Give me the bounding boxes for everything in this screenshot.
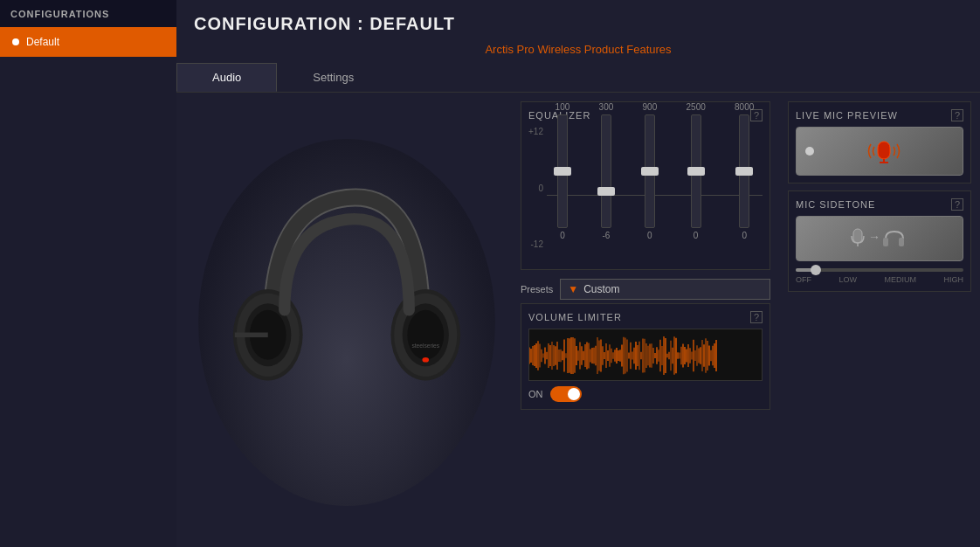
svg-rect-126: [899, 238, 904, 246]
sidebar: CONFIGURATIONS Default: [0, 0, 176, 547]
sidetone-icon: →: [849, 225, 910, 252]
mic-sidetone-help-button[interactable]: ?: [951, 198, 963, 211]
svg-rect-122: [853, 229, 862, 243]
mic-preview-icon: [860, 136, 913, 166]
eq-y-labels: +12 0 -12: [528, 127, 547, 249]
tab-bar: Audio Settings: [176, 63, 980, 93]
vol-help-button[interactable]: ?: [750, 311, 763, 323]
presets-row: Presets ▼ Custom: [521, 279, 770, 300]
headset-svg: steelseries: [216, 156, 478, 488]
svg-rect-125: [883, 238, 888, 246]
eq-thumb-8000[interactable]: [735, 167, 753, 176]
eq-thumb-300[interactable]: [597, 187, 615, 196]
sidetone-track[interactable]: [796, 268, 963, 272]
eq-band-900[interactable]: 900 0: [643, 102, 658, 240]
sidetone-thumb[interactable]: [811, 265, 821, 275]
mic-sidetone-title: MIC SIDETONE: [796, 199, 875, 210]
tab-settings[interactable]: Settings: [277, 63, 390, 92]
volume-limiter-section: VOLUME LIMITER ? ON: [521, 303, 770, 410]
right-sidebar: LIVE MIC PREVIEW ?: [779, 98, 980, 547]
sidebar-title: CONFIGURATIONS: [10, 9, 109, 19]
product-subtitle: Arctis Pro Wireless Product Features: [176, 43, 980, 56]
eq-band-8000[interactable]: 8000 0: [735, 102, 754, 240]
main-content: CONFIGURATION : DEFAULT Arctis Pro Wirel…: [176, 0, 980, 547]
presets-dropdown[interactable]: ▼ Custom: [560, 279, 770, 300]
mic-preview-help-button[interactable]: ?: [951, 109, 963, 121]
mic-sidetone-panel: MIC SIDETONE ? →: [788, 190, 971, 292]
sidetone-slider-row[interactable]: OFF LOW MEDIUM HIGH: [796, 268, 963, 284]
equalizer-section: EQUALIZER ? +12 0 -12: [521, 101, 770, 270]
svg-rect-119: [878, 142, 890, 159]
svg-point-8: [422, 357, 429, 363]
dropdown-arrow-icon: ▼: [568, 283, 578, 295]
sidetone-display: →: [796, 216, 963, 261]
toggle-label: ON: [528, 389, 543, 399]
tab-audio[interactable]: Audio: [176, 63, 277, 92]
mic-preview-title: LIVE MIC PREVIEW: [796, 110, 898, 121]
waveform-svg: [529, 329, 762, 381]
mic-status-dot: [805, 147, 814, 156]
live-mic-preview-panel: LIVE MIC PREVIEW ?: [788, 101, 971, 183]
toggle-row: ON: [528, 386, 763, 402]
sidebar-item-default[interactable]: Default: [0, 27, 176, 57]
mic-icon-wrapper: [819, 136, 954, 166]
content-area: steelseries EQUALIZER ? +12 0 -12: [176, 98, 980, 547]
svg-text:steelseries: steelseries: [411, 343, 439, 349]
config-title: CONFIGURATION : DEFAULT: [176, 0, 980, 43]
eq-band-100[interactable]: 100 0: [556, 102, 570, 240]
sidebar-item-label: Default: [26, 36, 59, 48]
vol-title: VOLUME LIMITER: [528, 312, 622, 322]
eq-thumb-2500[interactable]: [687, 167, 705, 176]
svg-point-7: [407, 310, 444, 360]
headset-image: steelseries: [198, 139, 495, 506]
presets-value: Custom: [583, 283, 619, 295]
eq-thumb-900[interactable]: [641, 167, 659, 176]
presets-label: Presets: [521, 284, 553, 294]
eq-band-2500[interactable]: 2500 0: [687, 102, 706, 240]
eq-band-300[interactable]: 300 -6: [599, 102, 614, 240]
eq-thumb-100[interactable]: [554, 167, 571, 176]
toggle-knob: [568, 388, 580, 400]
sidebar-header: CONFIGURATIONS: [0, 0, 176, 27]
headset-area: steelseries: [176, 98, 517, 547]
svg-text:→: →: [868, 230, 880, 244]
waveform-display: [528, 329, 763, 381]
sidetone-labels: OFF LOW MEDIUM HIGH: [796, 275, 963, 284]
active-dot-icon: [12, 38, 19, 45]
volume-limiter-toggle[interactable]: [550, 386, 582, 402]
mic-preview-button[interactable]: [796, 127, 963, 176]
